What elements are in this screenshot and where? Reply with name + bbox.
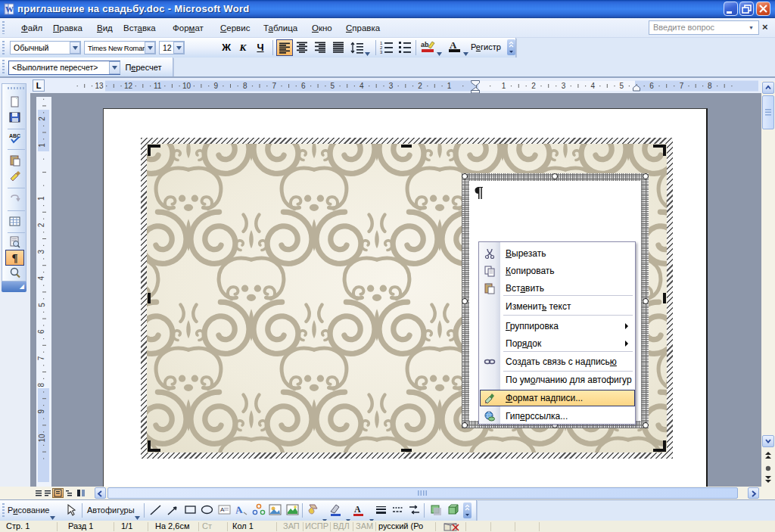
- svg-text:5: 5: [620, 82, 624, 90]
- svg-text:3: 3: [389, 82, 394, 90]
- svg-text:4: 4: [359, 82, 364, 90]
- svg-text:10: 10: [38, 434, 46, 443]
- svg-text:1: 1: [447, 82, 452, 90]
- svg-text:ab: ab: [421, 41, 429, 48]
- svg-text:A: A: [235, 504, 244, 516]
- svg-text:1: 1: [38, 196, 46, 201]
- svg-text:5: 5: [38, 303, 46, 307]
- svg-text:2: 2: [38, 222, 46, 227]
- svg-text:6: 6: [649, 82, 654, 90]
- svg-text:2: 2: [418, 82, 422, 90]
- svg-text:4: 4: [38, 276, 46, 281]
- svg-text:11: 11: [154, 82, 162, 90]
- svg-text:1: 1: [502, 82, 506, 90]
- svg-text:2: 2: [531, 82, 536, 90]
- svg-text:7: 7: [680, 82, 684, 90]
- svg-text:W: W: [5, 5, 14, 14]
- svg-text:6: 6: [38, 329, 46, 334]
- svg-text:2: 2: [38, 117, 46, 121]
- svg-text:3: 3: [38, 249, 46, 254]
- svg-text:6: 6: [301, 82, 306, 90]
- svg-text:3: 3: [380, 50, 383, 54]
- svg-text:8: 8: [708, 82, 712, 90]
- svg-text:A: A: [450, 39, 457, 51]
- svg-text:12: 12: [124, 82, 133, 90]
- svg-text:3: 3: [562, 82, 566, 90]
- svg-text:A: A: [354, 504, 361, 515]
- svg-text:7: 7: [272, 82, 277, 90]
- svg-text:8: 8: [243, 82, 247, 90]
- svg-text:7: 7: [38, 356, 46, 360]
- svg-text:1: 1: [38, 143, 46, 148]
- svg-text:9: 9: [38, 409, 46, 414]
- svg-text:9: 9: [213, 82, 218, 90]
- svg-text:10: 10: [182, 82, 191, 90]
- svg-text:13: 13: [95, 82, 104, 90]
- svg-text:4: 4: [590, 82, 595, 90]
- svg-text:5: 5: [331, 82, 335, 90]
- svg-text:8: 8: [38, 382, 46, 387]
